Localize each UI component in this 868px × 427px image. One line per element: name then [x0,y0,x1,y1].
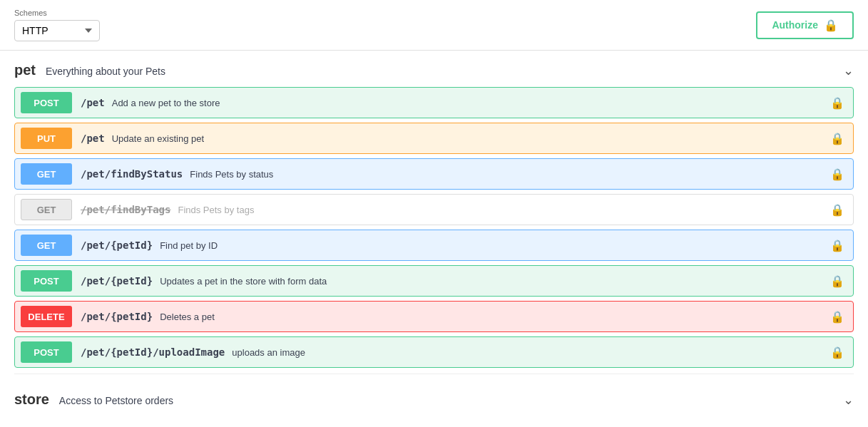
section-pet: pet Everything about your Pets ⌄ POST /p… [14,51,854,368]
lock-icon: 🔒 [830,310,844,324]
chevron-down-icon: ⌄ [843,63,854,78]
authorize-label: Authorize [772,19,818,31]
endpoint-path: /pet/findByStatus [81,168,183,180]
section-pet-subtitle: Everything about your Pets [46,66,165,77]
lock-icon: 🔒 [830,168,844,181]
endpoint-path: /pet/{petId}/uploadImage [81,346,225,358]
section-pet-tag: pet [14,62,36,78]
section-store-title-group: store Access to Petstore orders [14,391,173,408]
endpoint-row-post-pet[interactable]: POST /pet Add a new pet to the store 🔒 [14,87,854,118]
endpoint-path: /pet/{petId} [81,311,153,322]
method-badge-get-disabled: GET [21,199,72,220]
section-store-header[interactable]: store Access to Petstore orders ⌄ [14,380,854,416]
main-content: pet Everything about your Pets ⌄ POST /p… [0,51,868,416]
endpoint-desc: Update an existing pet [112,133,830,144]
lock-icon: 🔒 [830,203,844,217]
endpoint-row-delete-petid[interactable]: DELETE /pet/{petId} Deletes a pet 🔒 [14,301,854,332]
endpoint-row-put-pet[interactable]: PUT /pet Update an existing pet 🔒 [14,123,854,154]
lock-icon: 🔒 [824,19,838,32]
endpoint-row-get-findbystatus[interactable]: GET /pet/findByStatus Finds Pets by stat… [14,158,854,190]
endpoint-desc-deprecated: Finds Pets by tags [178,205,830,215]
chevron-down-icon-store: ⌄ [843,392,854,408]
schemes-label: Schemes [14,9,100,17]
method-badge-get2: GET [21,235,72,256]
method-badge-post2: POST [21,270,72,292]
authorize-button[interactable]: Authorize 🔒 [756,11,854,39]
section-divider [14,374,854,374]
lock-icon: 🔒 [830,96,844,110]
endpoint-row-post-petid[interactable]: POST /pet/{petId} Updates a pet in the s… [14,265,854,297]
section-store: store Access to Petstore orders ⌄ [14,380,854,416]
method-badge-post: POST [21,92,72,113]
lock-icon: 🔒 [830,346,844,359]
method-badge-delete: DELETE [21,306,72,327]
lock-icon: 🔒 [830,132,844,145]
endpoint-row-get-petid[interactable]: GET /pet/{petId} Find pet by ID 🔒 [14,230,854,261]
endpoint-desc: Updates a pet in the store with form dat… [160,276,830,287]
section-store-subtitle: Access to Petstore orders [59,395,173,406]
endpoint-path: /pet [81,133,105,144]
endpoint-desc: Find pet by ID [160,240,830,251]
endpoint-desc: Deletes a pet [160,312,830,322]
endpoint-path-deprecated: /pet/findByTags [81,204,170,215]
endpoint-desc: uploads an image [232,347,830,358]
method-badge-get: GET [21,163,72,185]
schemes-section: Schemes HTTP HTTPS [14,9,100,41]
endpoint-path: /pet/{petId} [81,240,153,251]
endpoint-row-post-uploadimage[interactable]: POST /pet/{petId}/uploadImage uploads an… [14,336,854,368]
endpoint-desc: Finds Pets by status [190,169,830,180]
endpoint-path: /pet [81,97,105,108]
lock-icon: 🔒 [830,274,844,288]
lock-icon: 🔒 [830,239,844,252]
section-store-tag: store [14,391,49,407]
endpoint-desc: Add a new pet to the store [112,98,830,108]
endpoint-row-get-findbytags[interactable]: GET /pet/findByTags Finds Pets by tags 🔒 [14,194,854,225]
method-badge-post3: POST [21,341,72,363]
endpoint-path: /pet/{petId} [81,275,153,287]
top-bar: Schemes HTTP HTTPS Authorize 🔒 [0,0,868,51]
section-pet-title-group: pet Everything about your Pets [14,62,165,78]
section-pet-header[interactable]: pet Everything about your Pets ⌄ [14,51,854,87]
method-badge-put: PUT [21,128,72,149]
schemes-select[interactable]: HTTP HTTPS [14,20,100,41]
